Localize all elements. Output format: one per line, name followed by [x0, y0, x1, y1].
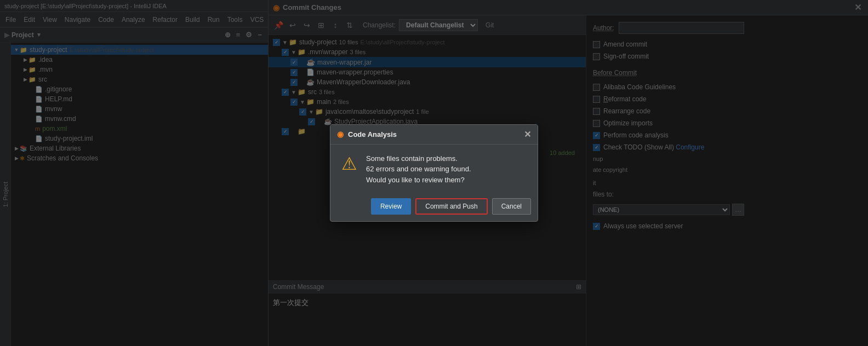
modal-msg-line1: Some files contain problems.: [366, 153, 471, 164]
modal-footer: Review Commit and Push Cancel: [330, 194, 538, 221]
code-analysis-dialog: ◉ Code Analysis ✕ ⚠ Some files contain p…: [330, 124, 538, 222]
modal-title-bar: ◉ Code Analysis ✕: [330, 125, 538, 145]
modal-msg-line3: Would you like to review them?: [366, 175, 471, 186]
commit-push-button[interactable]: Commit and Push: [415, 198, 487, 215]
modal-app-icon: ◉: [337, 130, 344, 139]
modal-msg-line2: 62 errors and one warning found.: [366, 164, 471, 175]
warning-icon: ⚠: [341, 153, 357, 174]
modal-close-btn[interactable]: ✕: [524, 129, 531, 140]
modal-body: ⚠ Some files contain problems. 62 errors…: [330, 145, 538, 194]
modal-overlay: ◉ Code Analysis ✕ ⚠ Some files contain p…: [0, 0, 868, 346]
modal-title: Code Analysis: [348, 130, 397, 139]
cancel-button[interactable]: Cancel: [492, 198, 531, 215]
modal-message: Some files contain problems. 62 errors a…: [366, 153, 471, 186]
review-button[interactable]: Review: [371, 198, 411, 215]
